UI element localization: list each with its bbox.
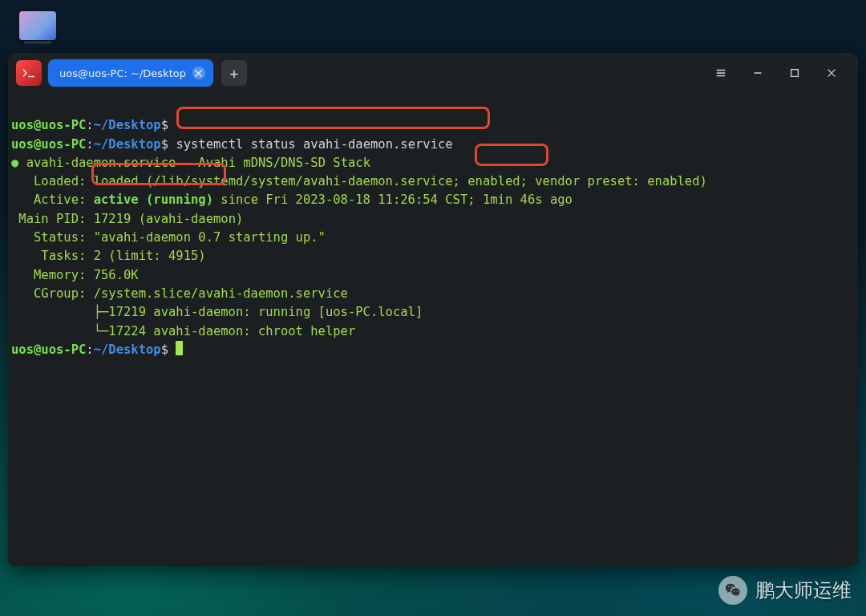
titlebar: uos@uos-PC: ~/Desktop + bbox=[8, 53, 858, 93]
maximize-button[interactable] bbox=[776, 53, 813, 93]
highlight-command bbox=[176, 107, 490, 129]
highlight-enabled bbox=[475, 144, 548, 166]
new-tab-button[interactable]: + bbox=[221, 60, 247, 86]
main-pid: 17219 (avahi-daemon) bbox=[94, 212, 244, 226]
cursor bbox=[176, 341, 183, 355]
terminal-app-icon[interactable] bbox=[16, 60, 42, 86]
terminal-body[interactable]: uos@uos-PC:~/Desktop$ uos@uos-PC:~/Deskt… bbox=[8, 93, 858, 566]
menu-button[interactable] bbox=[702, 53, 739, 93]
plus-icon: + bbox=[230, 65, 239, 82]
service-desc: Avahi mDNS/DNS-SD Stack bbox=[198, 156, 370, 170]
cgroup-proc-2: └─17224 avahi-daemon: chroot helper bbox=[11, 324, 355, 338]
terminal-tab[interactable]: uos@uos-PC: ~/Desktop bbox=[48, 59, 213, 87]
svg-rect-0 bbox=[791, 70, 799, 77]
service-unit: avahi-daemon.service bbox=[26, 156, 176, 170]
tab-title: uos@uos-PC: ~/Desktop bbox=[59, 67, 186, 79]
command-text: systemctl status avahi-daemon.service bbox=[176, 137, 452, 152]
prompt-icon bbox=[22, 66, 36, 80]
close-icon bbox=[195, 70, 202, 77]
minimize-icon bbox=[752, 67, 763, 79]
status-bullet: ● bbox=[11, 156, 18, 170]
cgroup-proc-1: ├─17219 avahi-daemon: running [uos-PC.lo… bbox=[11, 305, 423, 319]
close-icon bbox=[826, 67, 837, 79]
watermark-text: 鹏大师运维 bbox=[755, 578, 852, 603]
prompt-host: uos-PC bbox=[41, 118, 86, 132]
terminal-window: uos@uos-PC: ~/Desktop + uos@uos-PC:~/Des… bbox=[8, 53, 858, 566]
active-running: active (running) bbox=[94, 192, 213, 207]
close-button[interactable] bbox=[813, 53, 850, 93]
hamburger-icon bbox=[715, 67, 726, 79]
prompt-path: ~/Desktop bbox=[94, 118, 161, 132]
enabled-text: enabled; bbox=[467, 174, 528, 188]
wechat-icon bbox=[718, 576, 747, 605]
minimize-button[interactable] bbox=[739, 53, 776, 93]
tab-close-button[interactable] bbox=[192, 67, 205, 79]
watermark: 鹏大师运维 bbox=[718, 576, 852, 605]
prompt-user: uos bbox=[11, 118, 34, 132]
desktop-app-icon[interactable] bbox=[19, 11, 56, 40]
maximize-icon bbox=[789, 67, 800, 79]
